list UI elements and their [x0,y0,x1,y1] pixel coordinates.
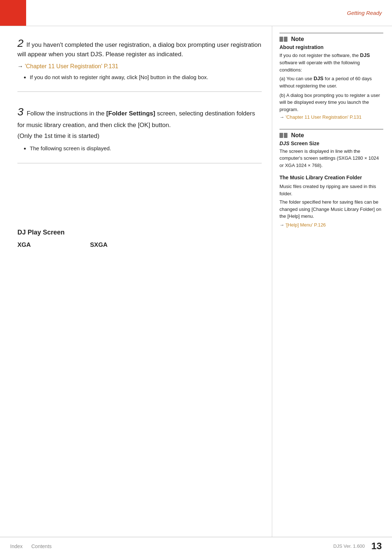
djplay-label: DJ Play Screen [17,229,262,236]
page-footer: Index Contents DJS Ver. 1.600 13 [0,537,392,555]
note-2-sub-body2: The folder specified here for saving fil… [279,199,383,220]
xga-label: XGA [17,241,90,249]
djplay-bold: DJ Play [17,229,41,236]
note-1-item-b-text: A dialog box prompting you to register a… [279,93,380,112]
note-1-item-b-label: (b) [279,93,286,98]
note-2-sub-title: The Music Library Creation Folder [279,174,383,181]
step-3-bullet-1: The following screen is displayed. [30,144,262,153]
step-3-text-block: 3 Follow the instructions in the [Folder… [17,103,262,130]
note-2-title-rest: Screen Size [291,140,319,146]
note-1-item-a-label: (a) [279,76,286,81]
footer-index[interactable]: Index [10,543,23,549]
step-2-link-line: → 'Chapter 11 User Registration' P.131 [17,63,262,70]
right-column: Note About registration If you do not re… [272,26,392,537]
step-2-text: If you haven't completed the user regist… [17,41,261,58]
step-2-link[interactable]: 'Chapter 11 User Registration' P.131 [25,63,118,69]
note-2-header: Note [279,132,383,139]
note-2-sub-section: The Music Library Creation Folder Music … [279,174,383,228]
footer-right: DJS Ver. 1.600 13 [333,540,382,552]
note-1-item-b: (b) A dialog box prompting you to regist… [279,92,383,121]
sxga-label: SXGA [90,241,163,249]
note-2-icon [279,132,289,139]
note-1-list: (a) You can use DJS for a period of 60 d… [279,75,383,121]
djplay-rest: Screen [43,229,65,236]
step-2-bullets: If you do not wish to register right awa… [24,73,262,82]
footer-nav: Index Contents [10,543,52,549]
step-3-subtext: (Only the 1st time it is started) [17,131,262,141]
header-title: Getting Ready [347,10,382,16]
note-1-djs: DJS [360,52,370,58]
page-header: Getting Ready [0,0,392,26]
note-2-word: Note [291,132,304,139]
note-icon-sq3 [279,133,283,138]
step-2-text-block: 2 If you haven't completed the user regi… [17,37,262,60]
footer-page-number: 13 [371,540,382,552]
djplay-section: DJ Play Screen XGA SXGA [17,229,262,249]
screen-labels: XGA SXGA [17,241,262,249]
step-3-number: 3 [17,106,24,118]
step-3-bold: [Folder Settings] [106,110,155,117]
note-1-title: About registration [279,44,383,50]
note-1-icon [279,36,289,43]
note-1-body: If you do not register the software, the… [279,52,383,121]
note-1-item-a: (a) You can use DJS for a period of 60 d… [279,75,383,90]
step-3-bullets: The following screen is displayed. [24,144,262,153]
note-2-arrow: → [279,222,286,228]
note-2-title-djs: DJS [279,140,289,146]
note-1-word: Note [291,36,304,42]
step-2-arrow: → [17,63,25,69]
note-1-arrow: → [279,114,286,120]
step-2-section: 2 If you haven't completed the user regi… [17,37,262,92]
note-1-link[interactable]: 'Chapter 11 User Registration' P.131 [286,114,362,120]
note-registration: Note About registration If you do not re… [279,33,383,121]
note-icon-sq1 [279,37,283,42]
note-1-item-b-link-line: → 'Chapter 11 User Registration' P.131 [279,114,383,121]
note-1-body-p1: If you do not register the software, the… [279,52,383,73]
step-2-number: 2 [17,37,24,49]
note-icon-sq4 [284,133,287,138]
footer-contents[interactable]: Contents [31,543,52,549]
note-1-item-a-text: You can use DJS for a period of 60 days … [279,76,372,89]
note-2-link-line: → '[Help] Menu' P.126 [279,221,383,229]
main-content: 2 If you haven't completed the user regi… [0,26,392,537]
note-2-body1: The screen is displayed in line with the… [279,148,383,169]
step-3-section: 3 Follow the instructions in the [Folder… [17,103,262,163]
note-1-body2: software will operate with the following… [279,60,360,73]
note-2-sub-body1: Music files created by ripping are saved… [279,183,383,197]
step-2-bullet-1: If you do not wish to register right awa… [30,73,262,82]
footer-version: DJS Ver. 1.600 [333,543,365,549]
note-2-link[interactable]: '[Help] Menu' P.126 [286,222,326,228]
note-icon-sq2 [284,37,287,42]
note-screen-size: Note DJS Screen Size The screen is displ… [279,129,383,229]
step-3-text-before: Follow the instructions in the [26,110,106,117]
note-2-body: The screen is displayed in line with the… [279,148,383,229]
note-2-title: DJS Screen Size [279,140,383,146]
note-1-header: Note [279,36,383,43]
left-column: 2 If you haven't completed the user regi… [0,26,272,537]
